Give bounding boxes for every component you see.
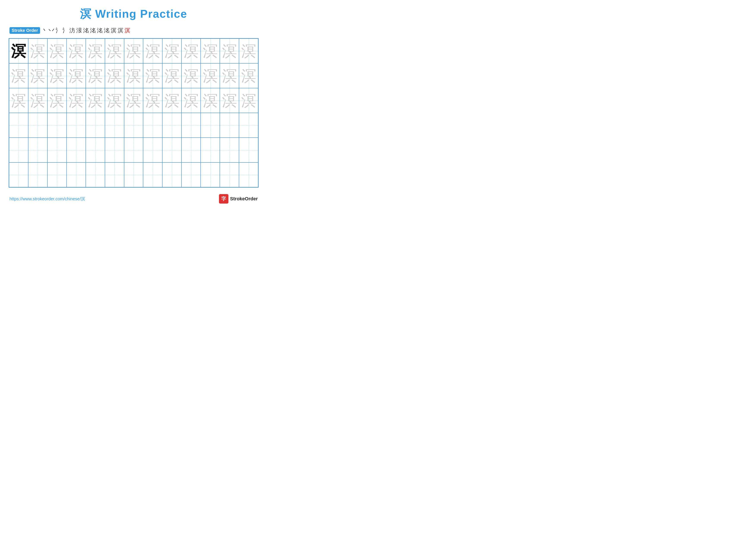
grid-cell[interactable]: 溟: [220, 88, 239, 113]
grid-cell[interactable]: 溟: [181, 38, 201, 63]
grid-cell[interactable]: 溟: [67, 88, 86, 113]
grid-cell[interactable]: [9, 138, 28, 163]
grid-cell[interactable]: 溟: [9, 63, 28, 88]
grid-cell[interactable]: [67, 113, 86, 138]
grid-cell[interactable]: [201, 138, 220, 163]
grid-cell[interactable]: 溟: [67, 63, 86, 88]
grid-cell[interactable]: 溟: [239, 88, 258, 113]
grid-cell[interactable]: [67, 163, 86, 187]
grid-cell[interactable]: [181, 163, 201, 187]
cell-character: 溟: [68, 93, 84, 108]
grid-cell[interactable]: 溟: [47, 88, 67, 113]
cell-character: 溟: [222, 68, 237, 83]
cell-character: 溟: [126, 43, 141, 59]
grid-cell[interactable]: [124, 163, 143, 187]
cell-character: 溟: [88, 93, 103, 108]
grid-cell[interactable]: [239, 163, 258, 187]
grid-cell[interactable]: 溟: [86, 63, 105, 88]
grid-cell[interactable]: 溟: [105, 38, 124, 63]
grid-cell[interactable]: 溟: [220, 38, 239, 63]
grid-cell[interactable]: 溟: [86, 38, 105, 63]
grid-cell[interactable]: [124, 113, 143, 138]
grid-cell[interactable]: [47, 113, 67, 138]
grid-cell[interactable]: [143, 138, 162, 163]
grid-cell[interactable]: [220, 113, 239, 138]
step-4: 氵: [63, 27, 68, 34]
footer-url[interactable]: https://www.strokeorder.com/chinese/溟: [10, 196, 85, 202]
footer: https://www.strokeorder.com/chinese/溟 字 …: [9, 194, 258, 204]
grid-cell[interactable]: 溟: [143, 63, 162, 88]
grid-cell[interactable]: [86, 113, 105, 138]
cell-character: 溟: [184, 68, 199, 83]
grid-cell[interactable]: 溟: [28, 88, 47, 113]
grid-cell[interactable]: [28, 138, 47, 163]
grid-cell[interactable]: [143, 163, 162, 187]
cell-character: 溟: [222, 43, 237, 59]
cell-character: 溟: [222, 93, 237, 108]
grid-cell[interactable]: 溟: [124, 88, 143, 113]
grid-cell[interactable]: 溟: [162, 88, 181, 113]
grid-cell[interactable]: [162, 138, 181, 163]
grid-cell[interactable]: [181, 138, 201, 163]
grid-cell[interactable]: 溟: [201, 38, 220, 63]
grid-cell[interactable]: 溟: [124, 63, 143, 88]
logo-text: StrokeOrder: [230, 196, 258, 202]
cell-character: 溟: [126, 68, 141, 83]
grid-cell[interactable]: [239, 113, 258, 138]
grid-cell[interactable]: 溟: [201, 88, 220, 113]
grid-cell[interactable]: [47, 138, 67, 163]
cell-character: 溟: [164, 43, 179, 59]
step-12: 溟: [118, 27, 123, 34]
grid-cell[interactable]: 溟: [47, 63, 67, 88]
practice-grid[interactable]: 溟溟溟溟溟溟溟溟溟溟溟溟溟溟溟溟溟溟溟溟溟溟溟溟溟溟溟溟溟溟溟溟溟溟溟溟溟溟溟: [9, 38, 258, 188]
grid-cell[interactable]: 溟: [201, 63, 220, 88]
grid-cell[interactable]: 溟: [67, 38, 86, 63]
grid-cell[interactable]: 溟: [220, 63, 239, 88]
grid-cell[interactable]: 溟: [105, 88, 124, 113]
grid-cell[interactable]: [220, 138, 239, 163]
grid-cell[interactable]: [86, 163, 105, 187]
grid-cell[interactable]: 溟: [86, 88, 105, 113]
grid-cell[interactable]: 溟: [162, 38, 181, 63]
grid-cell[interactable]: 溟: [47, 38, 67, 63]
grid-cell[interactable]: [28, 113, 47, 138]
cell-character: 溟: [241, 93, 256, 108]
grid-cell[interactable]: [162, 163, 181, 187]
cell-character: 溟: [107, 43, 122, 59]
grid-cell[interactable]: [239, 138, 258, 163]
grid-cell[interactable]: [220, 163, 239, 187]
grid-cell[interactable]: 溟: [143, 38, 162, 63]
grid-cell[interactable]: [201, 113, 220, 138]
grid-cell[interactable]: 溟: [143, 88, 162, 113]
grid-cell[interactable]: 溟: [239, 63, 258, 88]
grid-cell[interactable]: 溟: [9, 38, 28, 63]
grid-cell[interactable]: 溟: [28, 38, 47, 63]
grid-cell[interactable]: 溟: [9, 88, 28, 113]
grid-cell[interactable]: [143, 113, 162, 138]
grid-cell[interactable]: [181, 113, 201, 138]
grid-cell[interactable]: [105, 163, 124, 187]
grid-cell[interactable]: 溟: [181, 63, 201, 88]
grid-cell[interactable]: [162, 113, 181, 138]
step-1: 丶: [42, 27, 47, 34]
grid-cell[interactable]: [9, 113, 28, 138]
grid-cell[interactable]: 溟: [28, 63, 47, 88]
grid-cell[interactable]: [9, 163, 28, 187]
grid-cell[interactable]: [124, 138, 143, 163]
cell-character: 溟: [11, 43, 26, 59]
grid-cell[interactable]: 溟: [105, 63, 124, 88]
grid-cell[interactable]: [28, 163, 47, 187]
cell-character: 溟: [184, 43, 199, 59]
grid-cell[interactable]: 溟: [162, 63, 181, 88]
grid-cell[interactable]: [86, 138, 105, 163]
grid-cell[interactable]: 溟: [181, 88, 201, 113]
grid-cell[interactable]: [47, 163, 67, 187]
grid-cell[interactable]: [201, 163, 220, 187]
grid-cell[interactable]: 溟: [239, 38, 258, 63]
grid-cell[interactable]: [67, 138, 86, 163]
grid-cell[interactable]: [105, 113, 124, 138]
grid-cell[interactable]: 溟: [124, 38, 143, 63]
cell-character: 溟: [107, 68, 122, 83]
cell-character: 溟: [203, 93, 218, 108]
grid-cell[interactable]: [105, 138, 124, 163]
